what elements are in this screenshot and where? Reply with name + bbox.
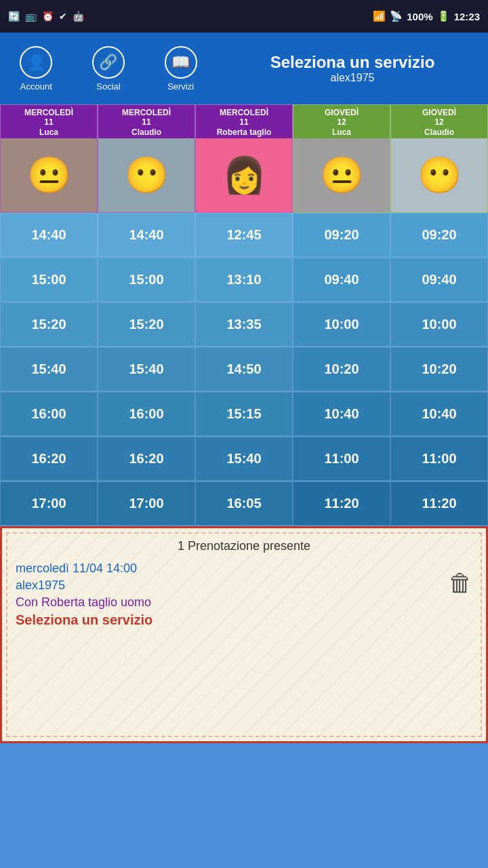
cast-icon: 📺 — [25, 11, 37, 22]
schedule-header: MERCOLEDÌ11Luca 😐 MERCOLEDÌ11Claudio 😶 M… — [0, 104, 488, 213]
time-grid: 14:4014:4012:4509:2009:2015:0015:0013:10… — [0, 213, 488, 526]
alarm-icon: ⏰ — [42, 11, 54, 22]
booking-panel: 1 Prenotazione presente mercoledì 11/04 … — [0, 526, 488, 743]
time-cell-2-1[interactable]: 15:20 — [98, 302, 195, 347]
time-cell-3-3[interactable]: 10:20 — [293, 347, 390, 391]
check-icon: ✔ — [59, 11, 67, 22]
time-cell-4-4[interactable]: 10:40 — [390, 392, 488, 436]
account-icon: 👤 — [20, 46, 52, 79]
time-row-2: 15:2015:2013:3510:0010:00 — [0, 302, 488, 347]
time-cell-6-0[interactable]: 17:00 — [0, 481, 98, 526]
time-cell-0-2[interactable]: 12:45 — [195, 213, 293, 257]
time-cell-1-3[interactable]: 09:40 — [293, 258, 390, 302]
account-nav-item[interactable]: 👤 Account — [12, 41, 60, 97]
column-header-3[interactable]: GIOVEDÌ12Luca 😐 — [293, 104, 390, 213]
time-cell-2-4[interactable]: 10:00 — [390, 302, 488, 347]
booking-background — [2, 528, 486, 741]
clock-display: 12:23 — [454, 11, 480, 22]
time-cell-5-0[interactable]: 16:20 — [0, 437, 98, 481]
time-cell-4-1[interactable]: 16:00 — [98, 392, 195, 436]
username-display: alex1975 — [217, 72, 488, 84]
nav-title-block: Seleziona un servizio alex1975 — [217, 53, 488, 84]
time-cell-3-1[interactable]: 15:40 — [98, 347, 195, 391]
time-cell-2-0[interactable]: 15:20 — [0, 302, 98, 347]
status-left-icons: 🔄 📺 ⏰ ✔ 🤖 — [8, 11, 84, 22]
time-cell-1-2[interactable]: 13:10 — [195, 258, 293, 302]
page-title: Seleziona un servizio — [217, 53, 488, 72]
android-icon: 🤖 — [73, 11, 84, 22]
servizi-label: Servizi — [167, 81, 194, 92]
booking-service: Con Roberta taglio uomo — [16, 595, 472, 610]
delete-booking-button[interactable]: 🗑 — [448, 569, 472, 597]
booking-user: alex1975 — [16, 578, 472, 593]
time-row-3: 15:4015:4014:5010:2010:20 — [0, 347, 488, 392]
booking-count: 1 Prenotazione presente — [16, 539, 472, 553]
time-row-4: 16:0016:0015:1510:4010:40 — [0, 392, 488, 437]
time-row-6: 17:0017:0016:0511:2011:20 — [0, 481, 488, 526]
time-cell-0-0[interactable]: 14:40 — [0, 213, 98, 257]
col-photo-3: 😐 — [293, 138, 390, 212]
col-photo-4: 😶 — [391, 138, 487, 212]
time-cell-6-3[interactable]: 11:20 — [293, 481, 390, 526]
col-label-3: GIOVEDÌ12Luca — [323, 105, 360, 138]
time-row-5: 16:2016:2015:4011:0011:00 — [0, 437, 488, 481]
time-cell-3-0[interactable]: 15:40 — [0, 347, 98, 391]
status-bar: 🔄 📺 ⏰ ✔ 🤖 📶 📡 100% 🔋 12:23 — [0, 0, 488, 33]
col-label-0: MERCOLEDÌ11Luca — [23, 105, 75, 138]
column-header-2[interactable]: MERCOLEDÌ11Roberta taglio 👩 — [195, 104, 293, 213]
time-cell-3-4[interactable]: 10:20 — [390, 347, 488, 391]
time-cell-0-4[interactable]: 09:20 — [390, 213, 488, 257]
time-cell-2-3[interactable]: 10:00 — [293, 302, 390, 347]
booking-action: Seleziona un servizio — [16, 612, 472, 628]
servizi-icon: 📖 — [165, 46, 197, 79]
column-header-0[interactable]: MERCOLEDÌ11Luca 😐 — [0, 104, 98, 213]
col-photo-2: 👩 — [196, 138, 292, 212]
time-cell-0-3[interactable]: 09:20 — [293, 213, 390, 257]
time-row-1: 15:0015:0013:1009:4009:40 — [0, 258, 488, 302]
col-label-4: GIOVEDÌ12Claudio — [421, 105, 458, 138]
time-cell-5-3[interactable]: 11:00 — [293, 437, 390, 481]
time-cell-1-0[interactable]: 15:00 — [0, 258, 98, 302]
time-cell-1-1[interactable]: 15:00 — [98, 258, 195, 302]
signal-icon: 📡 — [390, 10, 403, 22]
social-icon: 🔗 — [92, 46, 125, 79]
column-header-1[interactable]: MERCOLEDÌ11Claudio 😶 — [98, 104, 195, 213]
sync-icon: 🔄 — [8, 11, 20, 22]
time-cell-2-2[interactable]: 13:35 — [195, 302, 293, 347]
time-cell-6-4[interactable]: 11:20 — [390, 481, 488, 526]
col-label-1: MERCOLEDÌ11Claudio — [121, 105, 172, 138]
nav-icons-group: 👤 Account 🔗 Social 📖 Servizi — [0, 41, 217, 97]
account-label: Account — [20, 81, 52, 92]
time-cell-5-4[interactable]: 11:00 — [390, 437, 488, 481]
col-photo-1: 😶 — [98, 138, 195, 212]
booking-datetime: mercoledì 11/04 14:00 — [16, 561, 472, 576]
time-cell-5-1[interactable]: 16:20 — [98, 437, 195, 481]
time-cell-4-3[interactable]: 10:40 — [293, 392, 390, 436]
col-label-2: MERCOLEDÌ11Roberta taglio — [216, 105, 273, 138]
time-cell-0-1[interactable]: 14:40 — [98, 213, 195, 257]
column-header-4[interactable]: GIOVEDÌ12Claudio 😶 — [390, 104, 488, 213]
battery-percent: 100% — [407, 11, 432, 22]
col-photo-0: 😐 — [1, 138, 97, 212]
wifi-icon: 📶 — [373, 10, 386, 22]
top-navigation: 👤 Account 🔗 Social 📖 Servizi Seleziona u… — [0, 33, 488, 104]
social-label: Social — [96, 81, 120, 92]
servizi-nav-item[interactable]: 📖 Servizi — [157, 41, 205, 97]
time-cell-6-1[interactable]: 17:00 — [98, 481, 195, 526]
status-right-info: 📶 📡 100% 🔋 12:23 — [373, 10, 480, 22]
time-cell-6-2[interactable]: 16:05 — [195, 481, 293, 526]
time-row-0: 14:4014:4012:4509:2009:20 — [0, 213, 488, 258]
time-cell-4-2[interactable]: 15:15 — [195, 392, 293, 436]
time-cell-1-4[interactable]: 09:40 — [390, 258, 488, 302]
time-cell-5-2[interactable]: 15:40 — [195, 437, 293, 481]
time-cell-3-2[interactable]: 14:50 — [195, 347, 293, 391]
social-nav-item[interactable]: 🔗 Social — [84, 41, 133, 97]
time-cell-4-0[interactable]: 16:00 — [0, 392, 98, 436]
battery-icon: 🔋 — [437, 10, 450, 22]
